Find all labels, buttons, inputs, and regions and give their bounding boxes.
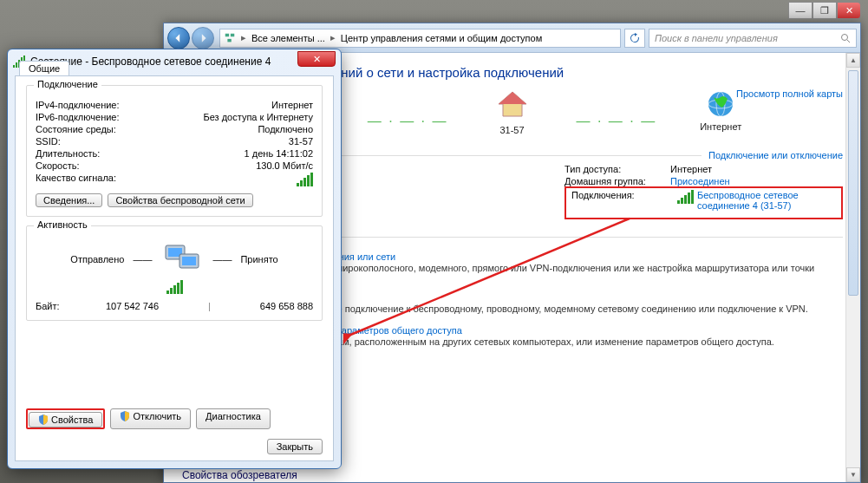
connection-link[interactable]: Беспроводное сетевое соединение 4 (31-57… <box>697 190 836 211</box>
details-button[interactable]: Сведения... <box>36 193 102 207</box>
shield-icon <box>38 414 49 425</box>
group-label: Активность <box>34 219 91 230</box>
network-icon <box>224 32 236 44</box>
node-router-label: 31-57 <box>499 125 524 135</box>
bytes-label: Байт: <box>36 301 60 311</box>
recv-label: Принято <box>240 254 277 264</box>
svg-rect-1 <box>231 33 234 36</box>
bytes-recv: 649 658 888 <box>260 301 313 311</box>
view-full-map-link[interactable]: Просмотр полной карты <box>736 88 843 99</box>
back-button[interactable] <box>167 27 190 49</box>
connection-line: — · — · — <box>368 114 448 129</box>
scroll-thumb[interactable] <box>848 70 858 296</box>
close-button[interactable]: ✕ <box>837 2 861 19</box>
house-icon <box>495 88 530 123</box>
disconnect-button[interactable]: Отключить <box>110 408 191 429</box>
activity-icon <box>160 242 204 277</box>
dialog-close-button[interactable]: ✕ <box>297 51 336 67</box>
bytes-sent: 107 542 746 <box>106 301 159 311</box>
diagnose-button[interactable]: Диагностика <box>196 408 271 429</box>
wireless-props-button[interactable]: Свойства беспроводной сети <box>108 193 252 207</box>
refresh-button[interactable] <box>624 29 645 48</box>
svg-point-3 <box>842 34 848 40</box>
globe-icon <box>703 88 738 120</box>
svg-rect-0 <box>225 33 229 36</box>
homegroup-label: Домашняя группа: <box>565 176 660 186</box>
minimize-button[interactable]: — <box>788 2 813 19</box>
browser-properties-link[interactable]: Свойства обозревателя <box>182 469 297 481</box>
connection-highlight-box: Подключения: Беспроводное сетевое соедин… <box>565 186 843 219</box>
node-internet-label: Интернет <box>700 121 741 132</box>
address-bar[interactable]: ▸ Все элементы ... ▸ Центр управления се… <box>219 29 621 48</box>
sent-label: Отправлено <box>70 254 124 264</box>
shield-icon <box>120 411 130 421</box>
access-type-label: Тип доступа: <box>565 164 660 174</box>
close-button[interactable]: Закрыть <box>267 439 323 454</box>
svg-line-4 <box>847 40 850 42</box>
group-label: Подключение <box>34 79 101 89</box>
search-input[interactable]: Поиск в панели управления <box>649 29 857 48</box>
maximize-button[interactable]: ❐ <box>813 2 837 19</box>
search-icon <box>840 33 851 43</box>
scroll-up-button[interactable]: ▲ <box>846 53 860 68</box>
connect-disconnect-link[interactable]: Подключение или отключение <box>708 150 843 160</box>
search-placeholder: Поиск в панели управления <box>655 33 778 43</box>
forward-button[interactable] <box>192 27 214 49</box>
connection-line: — · — · — <box>577 114 657 129</box>
scroll-down-button[interactable]: ▼ <box>846 467 860 482</box>
svg-rect-25 <box>182 257 196 265</box>
tab-general[interactable]: Общие <box>19 61 69 75</box>
signal-icon <box>677 190 694 204</box>
properties-button[interactable]: Свойства <box>29 412 102 428</box>
scrollbar[interactable]: ▲ ▼ <box>845 53 860 482</box>
connections-label: Подключения: <box>571 190 667 211</box>
breadcrumb[interactable]: Центр управления сетями и общим доступом <box>341 33 542 43</box>
signal-icon <box>166 280 183 294</box>
signal-icon <box>297 173 313 186</box>
svg-rect-2 <box>227 38 231 42</box>
status-dialog: Состояние - Беспроводное сетевое соедине… <box>7 49 342 469</box>
bg-window-controls: — ❐ ✕ <box>788 2 861 19</box>
access-type-value: Интернет <box>670 164 712 174</box>
activity-group: Активность Отправлено —— —— Принято Байт… <box>26 225 323 321</box>
connection-group: Подключение IPv4-подключение:Интернет IP… <box>26 85 323 217</box>
breadcrumb[interactable]: Все элементы ... <box>251 33 325 43</box>
homegroup-value[interactable]: Присоединен <box>670 176 730 186</box>
